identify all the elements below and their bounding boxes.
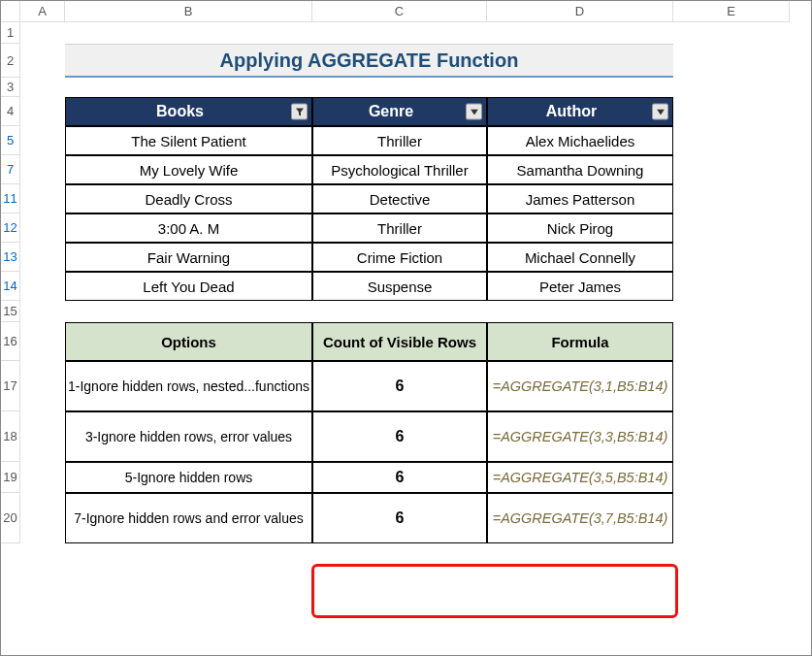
table-cell[interactable]: Deadly Cross [65,184,312,213]
cell-A14[interactable] [20,272,65,301]
table1-header-genre: Genre [312,97,487,126]
table-cell[interactable]: 3-Ignore hidden rows, error values [65,411,312,462]
col-header-A[interactable]: A [20,1,65,22]
table-cell[interactable]: Thriller [312,126,487,155]
table-cell[interactable]: Michael Connelly [487,243,673,272]
table2-header-options: Options [65,322,312,361]
cell-E13[interactable] [673,243,790,272]
cell-E20[interactable] [673,493,790,543]
table-cell[interactable]: 1-Ignore hidden rows, nested...functions [65,361,312,411]
table-cell[interactable]: Crime Fiction [312,243,487,272]
cell-E12[interactable] [673,213,790,243]
table-cell[interactable]: Thriller [312,213,487,243]
cell-A20[interactable] [20,493,65,543]
formula-cell[interactable]: =AGGREGATE(3,7,B5:B14) [487,493,673,543]
table-cell[interactable]: Nick Pirog [487,213,673,243]
cell-A11[interactable] [20,184,65,213]
row-header-13[interactable]: 13 [1,243,20,272]
spreadsheet-grid: A B C D E 1 2 Applying AGGREGATE Functio… [1,1,812,543]
row-header-19[interactable]: 19 [1,462,20,493]
cell-E18[interactable] [673,411,790,462]
row-header-1[interactable]: 1 [1,22,20,44]
row-header-16[interactable]: 16 [1,322,20,361]
col-header-D[interactable]: D [487,1,673,22]
table-cell[interactable]: James Patterson [487,184,673,213]
table1-header-author: Author [487,97,673,126]
table-cell[interactable]: Detective [312,184,487,213]
cell-A1[interactable] [20,22,65,44]
dropdown-icon[interactable] [466,104,482,120]
cell-A18[interactable] [20,411,65,462]
row-header-12[interactable]: 12 [1,213,20,243]
cell-A19[interactable] [20,462,65,493]
table-cell[interactable]: Samantha Downing [487,155,673,184]
formula-cell[interactable]: =AGGREGATE(3,5,B5:B14) [487,462,673,493]
table-cell[interactable]: Alex Michaelides [487,126,673,155]
table-cell[interactable]: 5-Ignore hidden rows [65,462,312,493]
table-cell[interactable]: 6 [312,462,487,493]
cell-A17[interactable] [20,361,65,411]
filter-icon[interactable] [291,104,308,120]
cell-A7[interactable] [20,155,65,184]
page-title: Applying AGGREGATE Function [65,44,673,78]
table-cell[interactable]: 6 [312,361,487,411]
cell-E2[interactable] [673,44,790,78]
select-all-corner[interactable] [1,1,20,22]
table-cell[interactable]: Suspense [312,272,487,301]
table-cell[interactable]: 7-Ignore hidden rows and error values [65,493,312,543]
table2-header-formula: Formula [487,322,673,361]
cell-A4[interactable] [20,97,65,126]
cell-A15[interactable] [20,301,65,322]
header-label: Genre [369,103,413,120]
cell-E16[interactable] [673,322,790,361]
cell-E3[interactable] [673,78,790,97]
col-header-B[interactable]: B [65,1,312,22]
cell-B15[interactable] [65,301,673,322]
table1-header-books: Books [65,97,312,126]
table-cell[interactable]: 6 [312,411,487,462]
row-header-4[interactable]: 4 [1,97,20,126]
table-cell[interactable]: The Silent Patient [65,126,312,155]
row-header-14[interactable]: 14 [1,272,20,301]
cell-E14[interactable] [673,272,790,301]
cell-A16[interactable] [20,322,65,361]
cell-E19[interactable] [673,462,790,493]
cell-A12[interactable] [20,213,65,243]
cell-E5[interactable] [673,126,790,155]
table-cell[interactable]: Psychological Thriller [312,155,487,184]
cell-E1[interactable] [673,22,790,44]
cell-A5[interactable] [20,126,65,155]
cell-A3[interactable] [20,78,65,97]
cell-A13[interactable] [20,243,65,272]
cell-E7[interactable] [673,155,790,184]
table-cell[interactable]: 6 [312,493,487,543]
row-header-17[interactable]: 17 [1,361,20,411]
table-cell[interactable]: My Lovely Wife [65,155,312,184]
formula-cell[interactable]: =AGGREGATE(3,3,B5:B14) [487,411,673,462]
table2-header-count: Count of Visible Rows [312,322,487,361]
cell-B3[interactable] [65,78,673,97]
row-header-11[interactable]: 11 [1,184,20,213]
cell-E4[interactable] [673,97,790,126]
cell-E11[interactable] [673,184,790,213]
col-header-E[interactable]: E [673,1,790,22]
formula-cell[interactable]: =AGGREGATE(3,1,B5:B14) [487,361,673,411]
cell-E15[interactable] [673,301,790,322]
cell-B1[interactable] [65,22,673,44]
row-header-2[interactable]: 2 [1,44,20,78]
row-header-3[interactable]: 3 [1,78,20,97]
col-header-C[interactable]: C [312,1,487,22]
row-header-15[interactable]: 15 [1,301,20,322]
row-header-20[interactable]: 20 [1,493,20,543]
row-header-7[interactable]: 7 [1,155,20,184]
row-header-18[interactable]: 18 [1,411,20,462]
dropdown-icon[interactable] [652,104,668,120]
table-cell[interactable]: 3:00 A. M [65,213,312,243]
table-cell[interactable]: Left You Dead [65,272,312,301]
cell-E17[interactable] [673,361,790,411]
table-cell[interactable]: Peter James [487,272,673,301]
cell-A2[interactable] [20,44,65,78]
header-label: Books [156,103,204,120]
row-header-5[interactable]: 5 [1,126,20,155]
table-cell[interactable]: Fair Warning [65,243,312,272]
